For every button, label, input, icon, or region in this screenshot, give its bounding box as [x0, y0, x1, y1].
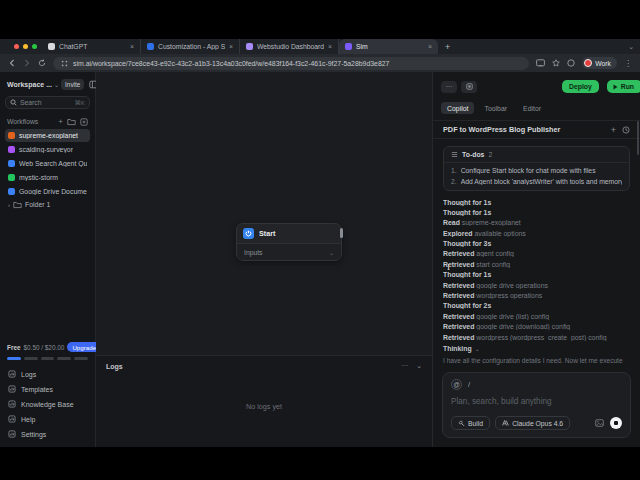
- thinking-toggle[interactable]: Thinking⌄: [443, 345, 630, 352]
- progress-segment-filled: [7, 357, 21, 360]
- search-icon: [10, 99, 17, 106]
- stop-generation-button[interactable]: [610, 417, 622, 429]
- deploy-button[interactable]: Deploy: [562, 80, 599, 93]
- logs-more-icon[interactable]: ⋯: [401, 362, 408, 370]
- copilot-chat-log[interactable]: To-dos 2 1. Configure Start block for ch…: [433, 139, 640, 366]
- new-folder-icon[interactable]: [67, 118, 76, 126]
- todos-header[interactable]: To-dos 2: [444, 147, 629, 163]
- browser-tab[interactable]: Sim ×: [339, 39, 438, 54]
- search-box[interactable]: ⌘K: [5, 96, 90, 109]
- workflow-options-icon[interactable]: [80, 118, 88, 126]
- workflows-title: Workflows: [7, 118, 38, 125]
- todo-item: 2. Add Agent block 'analystWriter' with …: [451, 178, 622, 185]
- browser-menu-icon[interactable]: ⋮: [624, 59, 632, 68]
- run-button[interactable]: Run: [607, 80, 640, 93]
- start-node[interactable]: Start Inputs ⌄: [236, 223, 342, 261]
- workflow-item[interactable]: scalding-surveyor: [5, 143, 90, 156]
- thinking-text: I have all the configuration details I n…: [443, 356, 630, 366]
- todos-card: To-dos 2 1. Configure Start block for ch…: [443, 146, 630, 191]
- build-mode-button[interactable]: Build: [451, 416, 490, 430]
- play-icon: [613, 84, 618, 90]
- minimize-window-icon[interactable]: [23, 44, 28, 49]
- workflow-item[interactable]: mystic-storm: [5, 171, 90, 184]
- workspace-switcher[interactable]: Workspace ... ⌄ Invite: [5, 79, 90, 90]
- workflow-canvas[interactable]: Start Inputs ⌄ Logs ⋯ ⌄ No logs yet: [96, 72, 432, 447]
- new-chat-icon[interactable]: +: [611, 125, 616, 135]
- start-node-inputs-row[interactable]: Inputs ⌄: [237, 244, 341, 260]
- history-icon[interactable]: [622, 126, 630, 134]
- tab-favicon: [345, 43, 352, 50]
- activity-line: Retrieved start config: [443, 261, 630, 268]
- hammer-icon: [458, 420, 465, 427]
- menu-item-label: Knowledge Base: [21, 401, 74, 408]
- sidebar-menu-item[interactable]: Templates: [5, 382, 90, 396]
- tab-close-icon[interactable]: ×: [130, 43, 134, 50]
- tab-close-icon[interactable]: ×: [428, 43, 432, 50]
- logs-panel-title: Logs: [106, 363, 123, 370]
- activity-line: Retrieved agent config: [443, 250, 630, 257]
- logs-panel: Logs ⋯ ⌄ No logs yet: [96, 355, 432, 447]
- search-shortcut: ⌘K: [75, 99, 85, 106]
- browser-tab[interactable]: Customization - App Store - ×: [141, 39, 240, 54]
- workflow-name: scalding-surveyor: [19, 146, 73, 153]
- sidebar-folder[interactable]: › Folder 1: [5, 198, 90, 211]
- copilot-input-box[interactable]: @ / Build Claude Opus 4.: [442, 372, 631, 438]
- profile-name: Work: [595, 60, 611, 67]
- copilot-prompt-input[interactable]: [451, 397, 622, 406]
- bookmark-star-icon[interactable]: [552, 59, 560, 67]
- tab-close-icon[interactable]: ×: [229, 43, 233, 50]
- sidebar-menu-item[interactable]: Help: [5, 412, 90, 426]
- activity-line: Explored available options: [443, 230, 630, 237]
- browser-tab[interactable]: Webstudio Dashboard | Proj... ×: [240, 39, 339, 54]
- panel-more-button[interactable]: ⋯: [441, 81, 457, 93]
- panel-scrollbar[interactable]: [637, 121, 639, 155]
- maximize-window-icon[interactable]: [32, 44, 37, 49]
- sim-app: Workspace ... ⌄ Invite ⌘K Workflows +: [0, 72, 640, 447]
- attach-image-icon[interactable]: [595, 419, 604, 427]
- site-info-icon[interactable]: [61, 60, 68, 67]
- panel-console-button[interactable]: [461, 81, 477, 93]
- start-node-output-port[interactable]: [340, 228, 343, 238]
- activity-line: Thought for 3s: [443, 240, 630, 247]
- start-node-header[interactable]: Start: [237, 224, 341, 243]
- forward-icon[interactable]: [23, 59, 31, 67]
- add-workflow-icon[interactable]: +: [58, 117, 63, 126]
- workflow-item[interactable]: Google Drive Docume...: [5, 185, 90, 198]
- extensions-icon[interactable]: [567, 59, 575, 67]
- tab-title: Customization - App Store -: [158, 43, 225, 50]
- anthropic-logo-icon: [502, 420, 509, 426]
- browser-tab[interactable]: ChatGPT ×: [42, 39, 141, 54]
- copilot-tabs: Copilot Toolbar Editor: [433, 93, 640, 120]
- new-tab-button[interactable]: +: [445, 42, 450, 52]
- browser-profile-button[interactable]: Work: [582, 57, 617, 69]
- usage-amount: $0.50 / $20.00: [24, 344, 65, 351]
- todos-title: To-dos: [462, 151, 484, 158]
- folder-name: Folder 1: [25, 201, 50, 208]
- todo-text: Configure Start block for chat mode with…: [461, 167, 596, 174]
- mention-button[interactable]: @: [451, 379, 462, 390]
- invite-button[interactable]: Invite: [61, 79, 84, 90]
- activity-line: Retrieved google drive operations: [443, 282, 630, 289]
- tab-close-icon[interactable]: ×: [328, 43, 332, 50]
- sidebar-menu-item[interactable]: Settings: [5, 427, 90, 441]
- back-icon[interactable]: [8, 59, 16, 67]
- workflow-item[interactable]: Web Search Agent Qu...: [5, 157, 90, 170]
- copilot-tab[interactable]: Copilot: [441, 102, 474, 114]
- sidebar-menu-item[interactable]: Logs: [5, 367, 90, 381]
- workflow-color-dot: [8, 132, 15, 139]
- workflow-item[interactable]: supreme-exoplanet: [5, 129, 90, 142]
- close-window-icon[interactable]: [14, 44, 19, 49]
- copilot-tab[interactable]: Editor: [517, 102, 547, 114]
- agent-activity-log: Thought for 1s Thought for 1s Read supre…: [443, 199, 630, 341]
- cast-icon[interactable]: [536, 59, 545, 67]
- reload-icon[interactable]: [38, 59, 46, 67]
- sidebar-menu-item[interactable]: Knowledge Base: [5, 397, 90, 411]
- tab-search-chevron-icon[interactable]: ⌄: [628, 43, 634, 51]
- logs-collapse-icon[interactable]: ⌄: [416, 362, 422, 370]
- copilot-tab[interactable]: Toolbar: [478, 102, 513, 114]
- search-input[interactable]: [20, 99, 72, 106]
- model-selector[interactable]: Claude Opus 4.6: [495, 416, 570, 430]
- menu-item-label: Logs: [21, 371, 36, 378]
- workflow-list: supreme-exoplanet scalding-surveyor Web …: [5, 129, 90, 198]
- address-bar[interactable]: sim.ai/workspace/7ce8ce43-e92c-43c2-a1b3…: [53, 57, 529, 70]
